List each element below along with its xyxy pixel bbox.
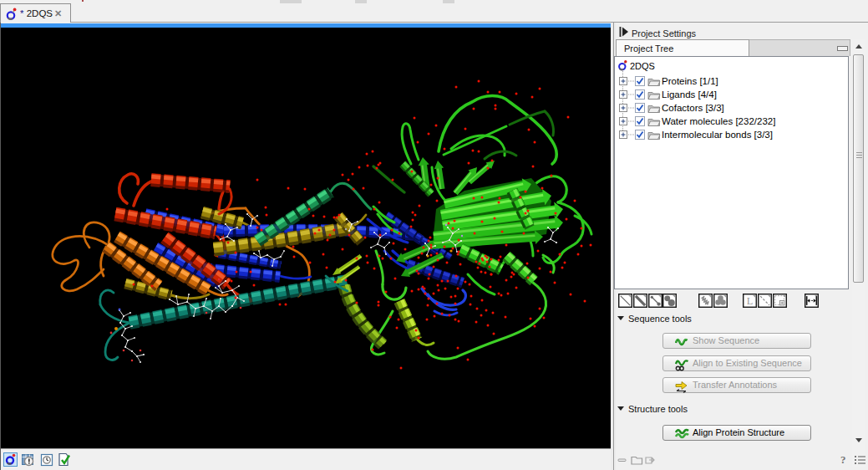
svg-text:L: L	[747, 295, 754, 307]
